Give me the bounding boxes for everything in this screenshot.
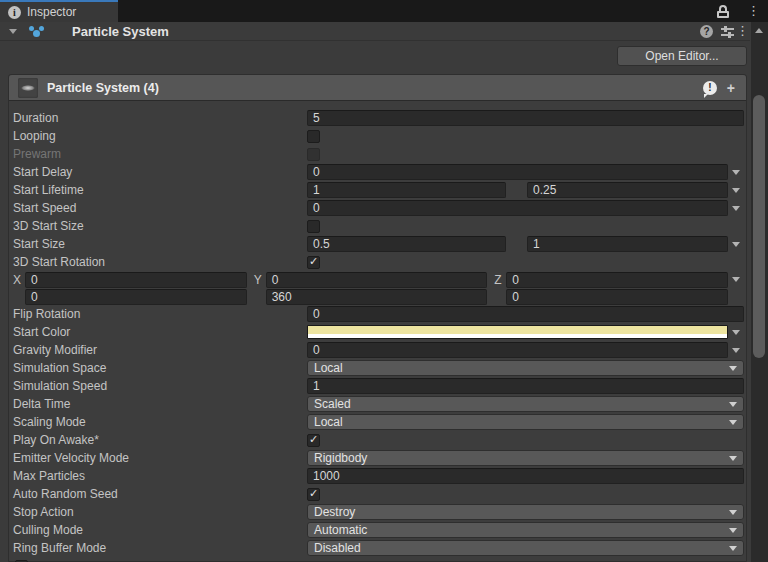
- chevron-down-icon: [729, 420, 737, 425]
- ring-buffer-mode-dropdown[interactable]: Disabled: [307, 540, 744, 556]
- start-speed-field[interactable]: 0: [307, 200, 728, 216]
- play-on-awake-checkbox[interactable]: ✓: [307, 434, 320, 447]
- open-editor-button[interactable]: Open Editor...: [617, 46, 747, 66]
- component-title: Particle System: [72, 24, 169, 39]
- info-icon: i: [8, 6, 21, 19]
- rotation-x-max-field[interactable]: 0: [25, 289, 247, 305]
- component-header: Particle System ? ⋮: [0, 22, 750, 41]
- auto-random-seed-checkbox[interactable]: ✓: [307, 488, 320, 501]
- tab-inspector[interactable]: i Inspector: [0, 0, 118, 22]
- flip-rotation-label: Flip Rotation: [13, 307, 307, 321]
- delta-time-dropdown[interactable]: Scaled: [307, 396, 744, 412]
- start-size-max-field[interactable]: 1: [527, 236, 728, 252]
- foldout-arrow-icon[interactable]: [9, 29, 17, 34]
- panel-menu-icon[interactable]: ⋮: [747, 4, 760, 17]
- 3d-start-size-label: 3D Start Size: [13, 219, 307, 233]
- gravity-modifier-field[interactable]: 0: [307, 342, 728, 358]
- emitter-velocity-mode-label: Emitter Velocity Mode: [13, 451, 307, 465]
- property-row-flip-rotation: Flip Rotation 0: [9, 305, 746, 323]
- module-header[interactable]: Particle System (4) ! +: [9, 75, 746, 101]
- emitter-velocity-mode-dropdown[interactable]: Rigidbody: [307, 450, 744, 466]
- property-row-3d-start-rotation: 3D Start Rotation ✓: [9, 253, 746, 271]
- scroll-up-icon[interactable]: [755, 28, 763, 33]
- property-row-start-color: Start Color: [9, 323, 746, 341]
- start-delay-mode-arrow[interactable]: [728, 164, 744, 180]
- property-row-start-speed: Start Speed 0: [9, 199, 746, 217]
- max-particles-label: Max Particles: [13, 469, 307, 483]
- scaling-mode-dropdown[interactable]: Local: [307, 414, 744, 430]
- stop-action-label: Stop Action: [13, 505, 307, 519]
- start-lifetime-mode-arrow[interactable]: [728, 182, 744, 198]
- flip-rotation-field[interactable]: 0: [307, 306, 744, 322]
- max-particles-field[interactable]: 1000: [307, 468, 744, 484]
- property-row-gravity-modifier: Gravity Modifier 0: [9, 341, 746, 359]
- start-delay-label: Start Delay: [13, 165, 307, 179]
- property-row-ring-buffer-mode: Ring Buffer Mode Disabled: [9, 539, 746, 557]
- culling-mode-dropdown[interactable]: Automatic: [307, 522, 744, 538]
- auto-random-seed-label: Auto Random Seed: [13, 487, 307, 501]
- chevron-down-icon: [729, 456, 737, 461]
- rotation-y-min-field[interactable]: 0: [266, 272, 488, 288]
- color-alpha-bar: [308, 334, 727, 338]
- component-menu-icon[interactable]: ⋮: [736, 24, 749, 37]
- ring-buffer-mode-label: Ring Buffer Mode: [13, 541, 307, 555]
- property-row-start-size: Start Size 0.5 1: [9, 235, 746, 253]
- help-icon[interactable]: ?: [700, 25, 713, 38]
- chevron-down-icon: [729, 546, 737, 551]
- chevron-down-icon: [729, 510, 737, 515]
- duration-label: Duration: [13, 111, 307, 125]
- particle-system-module: Particle System (4) ! + Duration 5 Loopi…: [8, 74, 747, 562]
- scrollbar-thumb[interactable]: [753, 95, 765, 358]
- rotation-y-max-field[interactable]: 360: [266, 289, 488, 305]
- property-row-prewarm: Prewarm ✓: [9, 145, 746, 163]
- property-row-duration: Duration 5: [9, 109, 746, 127]
- property-row-play-on-awake: Play On Awake* ✓: [9, 431, 746, 449]
- property-row-emitter-velocity-mode: Emitter Velocity Mode Rigidbody: [9, 449, 746, 467]
- start-size-min-field[interactable]: 0.5: [307, 236, 506, 252]
- start-speed-mode-arrow[interactable]: [728, 200, 744, 216]
- resimulate-warning-icon[interactable]: !: [703, 81, 717, 95]
- module-body: Duration 5 Looping ✓ Prewarm ✓ Start Del…: [9, 101, 746, 562]
- lock-icon[interactable]: [717, 5, 729, 18]
- axis-z-label: Z: [494, 273, 506, 287]
- stop-action-dropdown[interactable]: Destroy: [307, 504, 744, 520]
- particle-system-icon: [28, 24, 44, 38]
- gravity-modifier-label: Gravity Modifier: [13, 343, 307, 357]
- add-module-icon[interactable]: +: [727, 80, 735, 96]
- rotation-z-min-field[interactable]: 0: [506, 272, 728, 288]
- culling-mode-label: Culling Mode: [13, 523, 307, 537]
- prewarm-label: Prewarm: [13, 147, 307, 161]
- simulation-space-label: Simulation Space: [13, 361, 307, 375]
- scaling-mode-label: Scaling Mode: [13, 415, 307, 429]
- start-delay-field[interactable]: 0: [307, 164, 728, 180]
- 3d-start-rotation-checkbox[interactable]: ✓: [307, 256, 320, 269]
- rotation-x-min-field[interactable]: 0: [25, 272, 247, 288]
- duration-field[interactable]: 5: [307, 110, 744, 126]
- property-row-start-lifetime: Start Lifetime 1 0.25: [9, 181, 746, 199]
- start-size-mode-arrow[interactable]: [728, 236, 744, 252]
- axis-y-label: Y: [254, 273, 266, 287]
- preset-icon[interactable]: [721, 26, 734, 38]
- rotation-z-max-field[interactable]: 0: [506, 289, 728, 305]
- chevron-down-icon: [729, 402, 737, 407]
- property-row-stop-action: Stop Action Destroy: [9, 503, 746, 521]
- start-rotation-row-2: X 0 Y 360 Z 0: [9, 288, 746, 305]
- start-lifetime-max-field[interactable]: 0.25: [527, 182, 728, 198]
- start-lifetime-min-field[interactable]: 1: [307, 182, 506, 198]
- looping-label: Looping: [13, 129, 307, 143]
- start-color-label: Start Color: [13, 325, 307, 339]
- vertical-scrollbar[interactable]: [751, 22, 768, 562]
- gravity-modifier-mode-arrow[interactable]: [728, 342, 744, 358]
- start-lifetime-label: Start Lifetime: [13, 183, 307, 197]
- module-title: Particle System (4): [47, 81, 703, 95]
- 3d-start-size-checkbox[interactable]: ✓: [307, 220, 320, 233]
- simulation-space-dropdown[interactable]: Local: [307, 360, 744, 376]
- start-rotation-mode-arrow[interactable]: [728, 272, 744, 288]
- start-color-mode-arrow[interactable]: [728, 324, 744, 340]
- property-row-delta-time: Delta Time Scaled: [9, 395, 746, 413]
- simulation-speed-field[interactable]: 1: [307, 378, 744, 394]
- start-size-label: Start Size: [13, 237, 307, 251]
- looping-checkbox[interactable]: ✓: [307, 130, 320, 143]
- tab-bar: i Inspector ⋮: [0, 0, 768, 22]
- start-color-swatch[interactable]: [307, 325, 728, 339]
